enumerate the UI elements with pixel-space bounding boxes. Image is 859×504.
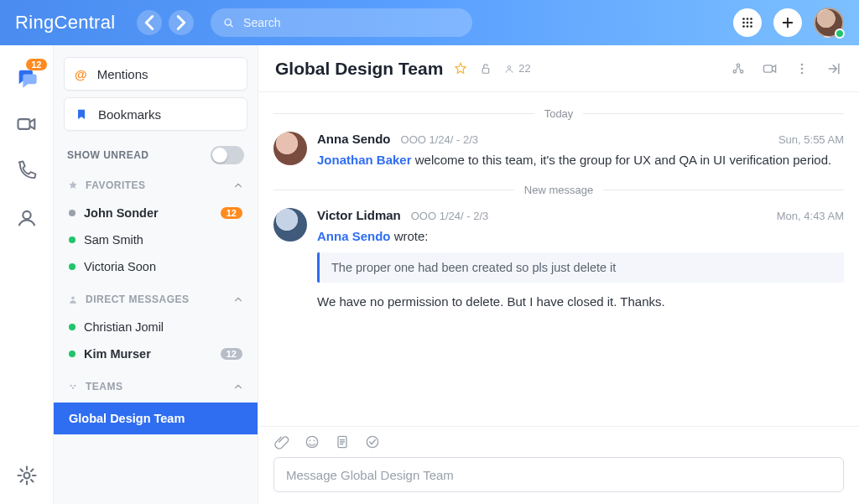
emoji-button[interactable] bbox=[304, 434, 320, 450]
message-text: Jonathan Baker welcome to this team, it'… bbox=[317, 151, 844, 170]
message-input[interactable] bbox=[273, 457, 844, 492]
rail-video[interactable] bbox=[15, 112, 39, 136]
search-field[interactable] bbox=[211, 8, 471, 37]
favorite-item[interactable]: Sam Smith bbox=[64, 226, 247, 253]
svg-point-24 bbox=[801, 67, 804, 70]
attach-button[interactable] bbox=[273, 434, 290, 450]
svg-point-2 bbox=[747, 18, 749, 20]
svg-rect-22 bbox=[764, 65, 773, 71]
teams-list: Global Design Team bbox=[64, 401, 247, 434]
svg-point-15 bbox=[74, 385, 75, 387]
message-time: Mon, 4:43 AM bbox=[777, 210, 844, 222]
rail-messages[interactable]: 12 bbox=[15, 65, 39, 89]
show-unread-label: SHOW UNREAD bbox=[67, 149, 149, 161]
kebab-icon bbox=[794, 60, 810, 77]
svg-point-19 bbox=[733, 70, 736, 72]
svg-point-21 bbox=[737, 64, 739, 66]
favorite-item[interactable]: Victoria Soon bbox=[64, 253, 247, 280]
svg-point-20 bbox=[741, 70, 743, 72]
show-unread-toggle[interactable] bbox=[211, 146, 244, 164]
message-time: Sun, 5:55 AM bbox=[778, 133, 844, 146]
mention[interactable]: Anna Sendo bbox=[317, 229, 391, 243]
collapse-pane-button[interactable] bbox=[825, 60, 842, 77]
rail-phone[interactable] bbox=[15, 159, 39, 183]
chevron-right-icon bbox=[169, 10, 194, 35]
video-icon bbox=[762, 60, 778, 77]
svg-point-7 bbox=[742, 25, 745, 28]
person-small-icon bbox=[67, 294, 79, 305]
task-button[interactable] bbox=[364, 434, 381, 450]
member-count[interactable]: 22 bbox=[503, 62, 530, 75]
team-item-selected[interactable]: Global Design Team bbox=[54, 403, 258, 434]
phone-icon bbox=[15, 159, 39, 183]
favorite-item[interactable]: John Sonder12 bbox=[64, 200, 247, 226]
mention[interactable]: Jonathan Baker bbox=[317, 153, 412, 167]
favorites-header[interactable]: FAVORITES bbox=[64, 173, 247, 193]
author-status: OOO 1/24/ - 2/3 bbox=[401, 133, 479, 146]
date-divider: Today bbox=[273, 107, 844, 120]
nav-forward-button[interactable] bbox=[169, 10, 194, 35]
lock-icon bbox=[478, 61, 493, 76]
composer bbox=[258, 426, 859, 504]
rail-contacts[interactable] bbox=[15, 206, 39, 230]
message-list: Today Anna Sendo OOO 1/24/ - 2/3 Sun, 5:… bbox=[258, 92, 859, 426]
star-icon bbox=[67, 179, 79, 191]
teams-header[interactable]: TEAMS bbox=[64, 374, 247, 394]
rail-settings[interactable] bbox=[15, 464, 39, 487]
message-author[interactable]: Anna Sendo bbox=[317, 132, 391, 146]
chevron-up-icon bbox=[232, 179, 244, 191]
check-circle-icon bbox=[364, 434, 381, 450]
svg-point-8 bbox=[747, 25, 749, 28]
dialpad-button[interactable] bbox=[733, 8, 762, 37]
huddle-icon bbox=[730, 60, 747, 77]
svg-point-9 bbox=[750, 25, 752, 28]
mentions-button[interactable]: @ Mentions bbox=[64, 57, 247, 91]
brand-logo: RingCentral bbox=[15, 12, 115, 34]
svg-rect-17 bbox=[483, 68, 490, 73]
search-icon bbox=[222, 16, 235, 29]
svg-point-14 bbox=[70, 385, 72, 387]
svg-point-1 bbox=[742, 18, 745, 20]
svg-point-4 bbox=[742, 22, 745, 24]
author-status: OOO 1/24/ - 2/3 bbox=[411, 210, 489, 222]
search-input[interactable] bbox=[243, 16, 461, 29]
direct-header[interactable]: DIRECT MESSAGES bbox=[64, 287, 247, 307]
svg-point-18 bbox=[508, 65, 512, 69]
svg-point-16 bbox=[72, 387, 74, 389]
avatar[interactable] bbox=[273, 132, 307, 165]
more-button[interactable] bbox=[794, 60, 810, 77]
unread-badge: 12 bbox=[221, 207, 242, 219]
start-video-button[interactable] bbox=[762, 60, 778, 77]
mentions-label: Mentions bbox=[97, 67, 148, 81]
nav-back-button[interactable] bbox=[137, 10, 162, 35]
top-bar: RingCentral bbox=[0, 0, 859, 45]
note-icon bbox=[334, 434, 351, 450]
user-avatar[interactable] bbox=[814, 8, 844, 38]
message-author[interactable]: Victor Lidman bbox=[317, 208, 401, 222]
messages-badge: 12 bbox=[26, 59, 46, 70]
new-action-button[interactable] bbox=[773, 8, 802, 37]
favorite-star-button[interactable] bbox=[453, 61, 468, 76]
team-icon bbox=[67, 381, 79, 392]
avatar[interactable] bbox=[273, 208, 307, 242]
direct-item[interactable]: Christian Jomil bbox=[64, 314, 247, 340]
bookmarks-label: Bookmarks bbox=[98, 107, 161, 122]
chevron-up-icon bbox=[232, 294, 244, 305]
svg-point-30 bbox=[367, 436, 377, 447]
chevron-up-icon bbox=[232, 381, 244, 392]
new-message-divider: New message bbox=[273, 184, 844, 196]
direct-list: Christian Jomil Kim Murser12 bbox=[64, 314, 247, 367]
note-button[interactable] bbox=[334, 434, 351, 450]
message-text: Anna Sendo wrote: bbox=[317, 227, 844, 247]
bookmark-icon bbox=[75, 107, 88, 121]
message: Victor Lidman OOO 1/24/ - 2/3 Mon, 4:43 … bbox=[273, 208, 844, 312]
presence-indicator bbox=[835, 29, 845, 39]
huddle-button[interactable] bbox=[730, 60, 747, 77]
person-icon bbox=[15, 206, 39, 230]
collapse-right-icon bbox=[825, 60, 842, 77]
svg-point-13 bbox=[71, 297, 75, 300]
unread-badge: 12 bbox=[221, 348, 242, 360]
svg-point-0 bbox=[226, 19, 232, 25]
bookmarks-button[interactable]: Bookmarks bbox=[64, 97, 247, 131]
direct-item[interactable]: Kim Murser12 bbox=[64, 340, 247, 367]
